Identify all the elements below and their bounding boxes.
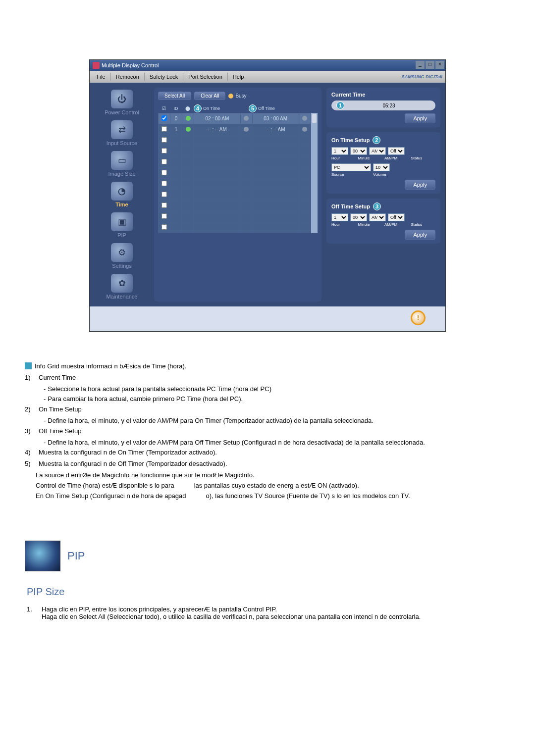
minute-select[interactable]: 00 <box>350 213 367 221</box>
table-row[interactable] <box>159 222 311 233</box>
sidebar-item-image-size[interactable]: ▭ Image Size <box>95 149 149 179</box>
scroll-thumb[interactable] <box>312 114 317 123</box>
doc-item: On Time Setup <box>39 404 82 415</box>
sidebar-item-settings[interactable]: ⚙ Settings <box>95 241 149 271</box>
sidebar-item-label: PIP <box>95 232 149 238</box>
sidebar-item-input-source[interactable]: ⇄ Input Source <box>95 118 149 148</box>
badge-1-icon: 1 <box>336 101 344 109</box>
ampm-select[interactable]: AM <box>369 213 386 221</box>
cell-off-time: -- : -- AM <box>252 124 299 135</box>
menu-help[interactable]: Help <box>228 74 249 80</box>
table-row[interactable] <box>159 211 311 222</box>
source-label: Source <box>331 172 371 177</box>
row-checkbox[interactable] <box>161 181 167 186</box>
sidebar-item-maintenance[interactable]: ✿ Maintenance <box>95 272 149 302</box>
status-dot-icon <box>186 127 191 132</box>
apply-button[interactable]: Apply <box>405 113 435 123</box>
row-checkbox[interactable] <box>161 170 167 175</box>
menu-port-selection[interactable]: Port Selection <box>183 74 227 80</box>
menubar: File Remocon Safety Lock Port Selection … <box>90 71 445 83</box>
doc-sub: Define la hora, el minuto, y el valor de… <box>48 416 374 426</box>
status-select[interactable]: Off <box>388 213 405 221</box>
col-off-time-header: 5 Off Time <box>249 104 292 112</box>
minute-label: Minute <box>358 156 383 160</box>
status-dot-icon <box>186 116 191 121</box>
doc-note: La source d entrØe de MagicInfo ne fonct… <box>36 471 255 479</box>
row-checkbox[interactable] <box>161 137 167 143</box>
close-button[interactable]: × <box>435 61 444 69</box>
table-row[interactable] <box>159 157 311 168</box>
sidebar-item-pip[interactable]: ▣ PIP <box>95 210 149 240</box>
off-time-title: Off Time Setup <box>331 203 370 209</box>
row-checkbox[interactable] <box>161 224 167 230</box>
minute-select[interactable]: 00 <box>350 147 367 155</box>
pip-section: PIP PIP Size 1. Haga clic en PIP, entre … <box>25 541 510 620</box>
row-checkbox[interactable] <box>161 202 167 208</box>
volume-select[interactable]: 10 <box>373 163 390 171</box>
menu-safety-lock[interactable]: Safety Lock <box>145 74 183 80</box>
select-all-button[interactable]: Select All <box>158 92 191 100</box>
pip-subtitle: PIP Size <box>27 586 510 598</box>
power-icon: ⏻ <box>111 90 133 108</box>
doc-num: 5) <box>25 459 36 469</box>
sidebar-item-time[interactable]: ◔ Time <box>95 180 149 209</box>
table-row[interactable]: 1 -- : -- AM -- : -- AM <box>159 124 311 135</box>
menu-remocon[interactable]: Remocon <box>111 74 144 80</box>
doc-sub: Para cambiar la hora actual, cambie prim… <box>48 394 243 404</box>
sidebar-item-power-control[interactable]: ⏻ Power Control <box>95 88 149 117</box>
doc-num: 2) <box>25 404 36 415</box>
status-label: Status <box>411 222 436 227</box>
row-checkbox[interactable] <box>161 115 167 121</box>
grid-legend: ☑ ID ⬤ 4 On Time 5 Off Time <box>158 104 318 113</box>
settings-icon: ⚙ <box>111 243 133 262</box>
scrollbar[interactable] <box>311 113 318 233</box>
cell-off-time: 03 : 00 AM <box>252 113 299 124</box>
right-column: Current Time 1 05:23 Apply On Time Setup… <box>326 88 440 302</box>
col-checkbox-header: ☑ <box>158 106 170 111</box>
apply-button[interactable]: Apply <box>405 180 435 190</box>
row-checkbox[interactable] <box>161 159 167 164</box>
app-body: ⏻ Power Control ⇄ Input Source ▭ Image S… <box>90 83 445 306</box>
pip-icon: ▣ <box>111 212 133 231</box>
doc-item: Muestra la configuraci n de On Timer (Te… <box>39 448 217 458</box>
sidebar-item-label: Power Control <box>95 109 149 115</box>
maximize-button[interactable]: □ <box>426 61 434 69</box>
volume-label: Volume <box>373 172 435 177</box>
menu-file[interactable]: File <box>92 74 110 80</box>
badge-4-icon: 4 <box>194 104 202 112</box>
pip-list-num: 1. <box>27 605 39 620</box>
table-row[interactable] <box>159 146 311 157</box>
current-time-title: Current Time <box>331 92 365 98</box>
row-checkbox[interactable] <box>161 148 167 153</box>
table-row[interactable] <box>159 168 311 179</box>
source-select[interactable]: PC <box>331 163 371 171</box>
table-row[interactable] <box>159 201 311 211</box>
clear-all-button[interactable]: Clear All <box>194 92 225 100</box>
row-checkbox[interactable] <box>161 213 167 219</box>
status-select[interactable]: Off <box>388 147 405 155</box>
doc-intro: Info Grid muestra informaci n bÆsica de … <box>35 361 186 372</box>
status-dot-icon <box>302 116 307 121</box>
status-dot-icon <box>302 127 307 132</box>
row-checkbox[interactable] <box>161 126 167 132</box>
table-row[interactable] <box>159 190 311 201</box>
hour-select[interactable]: 1 <box>331 213 348 221</box>
apply-button[interactable]: Apply <box>405 230 435 240</box>
brand-label: SAMSUNG DIGITall <box>402 74 442 79</box>
col-id-header: ID <box>170 106 182 111</box>
ampm-select[interactable]: AM <box>369 147 386 155</box>
doc-num: 3) <box>25 426 36 437</box>
table-row[interactable]: 0 02 : 00 AM 03 : 00 AM <box>159 113 311 124</box>
doc-item: Muestra la configuraci n de Off Timer (T… <box>39 459 227 469</box>
table-row[interactable] <box>159 179 311 190</box>
table-row[interactable] <box>159 135 311 146</box>
row-checkbox[interactable] <box>161 192 167 197</box>
minimize-button[interactable]: _ <box>416 61 425 69</box>
doc-note: Control de Time (hora) estÆ disponible s… <box>36 481 174 491</box>
sidebar-item-label: Input Source <box>95 140 149 146</box>
pip-thumbnail-icon <box>25 541 60 571</box>
doc-num: 1) <box>25 373 36 383</box>
busy-indicator: Busy <box>228 93 246 99</box>
main-panel: Select All Clear All Busy ☑ ID ⬤ 4 On Ti… <box>154 88 321 302</box>
hour-select[interactable]: 1 <box>331 147 348 155</box>
